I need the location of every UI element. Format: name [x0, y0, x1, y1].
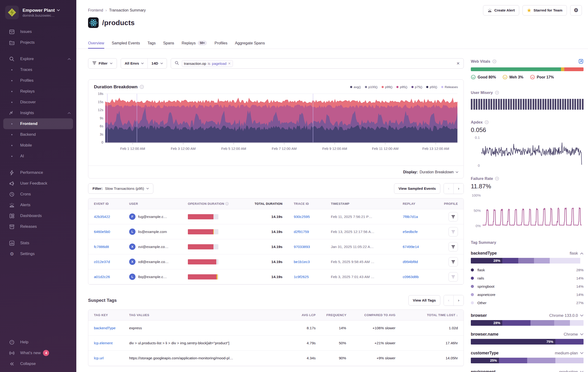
tab-tags[interactable]: Tags — [147, 39, 156, 49]
tag-group-selector[interactable]: Chrome — [564, 332, 584, 337]
legend-item-p95[interactable]: p95() — [396, 85, 407, 89]
tag-key-link[interactable]: backendType — [94, 326, 129, 330]
profile-button[interactable] — [449, 272, 458, 282]
column-header-tag-key[interactable]: Tag Key — [94, 313, 129, 317]
tag-legend-row[interactable]: aspnetcore14% — [471, 290, 584, 299]
event-id-link[interactable]: c012e37d — [94, 260, 129, 264]
tag-legend-row[interactable]: Other27% — [471, 299, 584, 307]
column-header-user[interactable]: User — [129, 202, 188, 205]
replay-id-link[interactable]: d994bf8d — [403, 260, 418, 264]
tag-bar-segment[interactable] — [555, 339, 584, 345]
breadcrumb-frontend[interactable]: Frontend — [88, 8, 103, 12]
sidebar-item-explore[interactable]: Explore — [3, 53, 73, 64]
filter-dropdown[interactable]: Filter — [88, 58, 117, 69]
view-all-tags-button[interactable]: View All Tags — [408, 295, 440, 306]
tag-legend-row[interactable]: rails14% — [471, 274, 584, 282]
sidebar-item-user-feedback[interactable]: User Feedback — [3, 178, 73, 189]
sidebar-item-issues[interactable]: Issues — [3, 26, 73, 37]
help-circle-icon[interactable]: ? — [485, 120, 489, 124]
tag-legend-row[interactable]: flask28% — [471, 266, 584, 274]
prev-page-button[interactable]: ‹ — [444, 295, 454, 306]
tag-bar-segment[interactable]: 25% — [471, 358, 499, 363]
legend-item-p100[interactable]: p100() — [365, 85, 378, 89]
token-remove-icon[interactable]: ✕ — [228, 62, 231, 65]
replay-id-link[interactable]: c0963d8b — [403, 275, 419, 279]
legend-item-p50[interactable]: p50() — [426, 85, 437, 89]
column-header-trace-id[interactable]: Trace ID — [285, 202, 323, 205]
view-sampled-events-button[interactable]: View Sampled Events — [394, 183, 440, 194]
tag-legend-row[interactable]: springboot14% — [471, 282, 584, 290]
tag-bar-segment[interactable] — [554, 320, 570, 326]
transactions-filter-dropdown[interactable]: Filter: Slow Transactions (p95) — [88, 183, 153, 194]
trace-id-link[interactable]: d2f91759 — [294, 230, 309, 234]
event-id-link[interactable]: 42b35422 — [94, 215, 129, 219]
tag-bar-segment[interactable]: 28% — [471, 258, 502, 264]
tag-group-selector[interactable]: production — [559, 370, 584, 372]
tag-bar-segment[interactable] — [550, 258, 580, 264]
tag-bar-segment[interactable] — [499, 358, 527, 363]
sidebar-item-insights[interactable]: Insights — [3, 107, 73, 118]
search-clear-icon[interactable]: ✕ — [456, 61, 460, 66]
profile-button[interactable] — [449, 242, 458, 252]
tag-bar-segment[interactable] — [518, 258, 534, 264]
tag-group-selector[interactable]: medium-plan — [555, 351, 584, 356]
create-alert-button[interactable]: Create Alert — [483, 5, 519, 15]
sidebar-item-releases[interactable]: Releases — [3, 221, 73, 232]
settings-button[interactable]: ⚙ — [570, 5, 582, 15]
sidebar-item-frontend[interactable]: Frontend — [3, 118, 73, 129]
column-header-total-time-lost[interactable]: Total Time Lost ↓ — [407, 313, 458, 317]
display-dropdown[interactable]: Display: Duration Breakdown — [88, 166, 463, 178]
tag-bar-segment[interactable] — [527, 358, 555, 363]
trace-id-link[interactable]: 930c2595 — [294, 215, 310, 219]
replay-id-link[interactable]: e5edbcfe — [403, 230, 418, 234]
legend-item-avg[interactable]: avg() — [350, 85, 361, 89]
column-header-operation-duration[interactable]: Operation Duration ? — [188, 202, 250, 205]
search-token[interactable]: transaction.op is pageload ✕ — [182, 60, 233, 67]
trace-id-link[interactable]: 1c9f2625 — [294, 275, 309, 279]
next-page-button[interactable]: › — [454, 183, 463, 194]
sidebar-item-performance[interactable]: Performance — [3, 167, 73, 178]
sidebar-item-crons[interactable]: Crons — [3, 189, 73, 200]
trace-id-link[interactable]: be1b1ec3 — [294, 260, 310, 264]
column-header-replay[interactable]: Replay — [386, 202, 427, 205]
help-circle-icon[interactable]: ? — [493, 59, 496, 64]
tag-key-link[interactable]: lcp.element — [94, 341, 129, 345]
tag-group-selector[interactable]: Chrome 133.0.0 — [549, 313, 584, 318]
sidebar-item-backend[interactable]: Backend — [3, 129, 73, 140]
replay-id-link[interactable]: 67499e14 — [403, 245, 419, 249]
tab-aggregate-spans[interactable]: Aggregate Spans — [235, 39, 265, 49]
column-header-total-duration[interactable]: Total Duration — [250, 202, 285, 205]
tag-bar-segment[interactable] — [530, 320, 554, 326]
event-id-link[interactable]: 6460e5b0 — [94, 230, 129, 234]
env-dropdown[interactable]: All Envs — [121, 58, 147, 68]
column-header-profile[interactable]: Profile — [427, 202, 458, 205]
tab-overview[interactable]: Overview — [88, 39, 104, 49]
replay-id-link[interactable]: 7f8b7d1a — [403, 215, 418, 219]
starred-for-team-button[interactable]: ★ Starred for Team — [523, 5, 567, 15]
sidebar-item-traces[interactable]: Traces — [3, 64, 73, 75]
legend-item-p75[interactable]: p75() — [411, 85, 422, 89]
legend-item-Releases[interactable]: Releases — [441, 85, 458, 89]
help-circle-icon[interactable]: ? — [495, 177, 499, 181]
org-switcher[interactable]: Empower Plant dominik.buszowiec… — [0, 0, 76, 23]
tab-profiles[interactable]: Profiles — [214, 39, 227, 49]
tag-bar-segment[interactable]: 75% — [471, 339, 555, 345]
tab-spans[interactable]: Spans — [163, 39, 174, 49]
legend-item-p99[interactable]: p99() — [382, 85, 393, 89]
profile-button[interactable] — [449, 257, 458, 266]
sidebar-item-ai[interactable]: AI — [3, 151, 73, 162]
tab-sampled-events[interactable]: Sampled Events — [112, 39, 140, 49]
open-in-new-icon[interactable] — [578, 59, 584, 64]
sidebar-item-help[interactable]: ?Help — [3, 337, 73, 348]
sidebar-item-mobile[interactable]: Mobile — [3, 140, 73, 151]
sidebar-item-what-s-new[interactable]: What's new4 — [3, 348, 73, 358]
trace-id-link[interactable]: 97033893 — [294, 245, 310, 249]
help-circle-icon[interactable]: ? — [140, 85, 144, 89]
sidebar-item-profiles[interactable]: Profiles — [3, 75, 73, 86]
tag-key-link[interactable]: lcp.url — [94, 356, 129, 360]
sidebar-item-dashboards[interactable]: Dashboards — [3, 210, 73, 221]
prev-page-button[interactable]: ‹ — [444, 183, 454, 194]
tag-bar-segment[interactable] — [502, 258, 518, 264]
sidebar-item-discover[interactable]: Discover — [3, 97, 73, 107]
next-page-button[interactable]: › — [454, 295, 463, 306]
